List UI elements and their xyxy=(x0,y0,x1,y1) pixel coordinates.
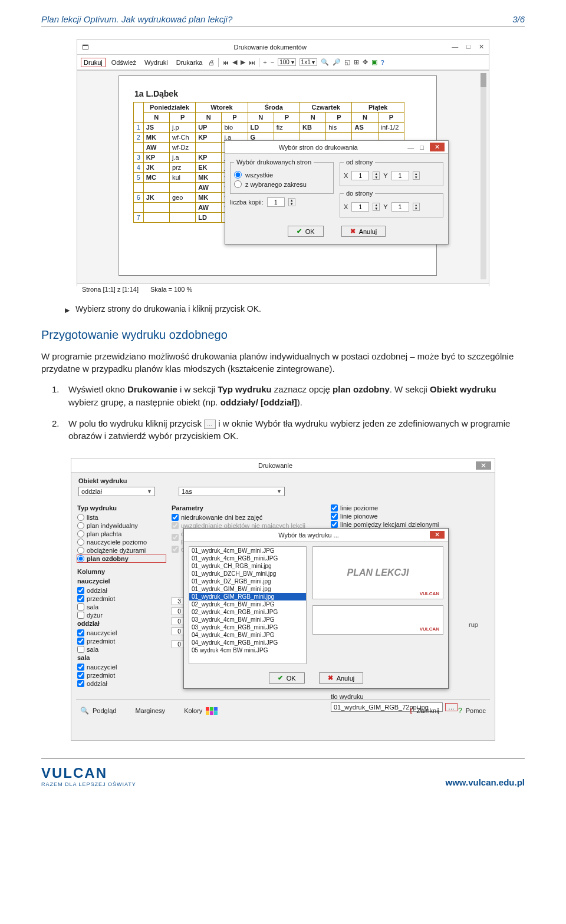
help-button[interactable]: ?Pomoc xyxy=(454,705,490,717)
minus-icon[interactable]: − xyxy=(271,59,274,66)
bullet-text: Wybierz strony do drukowania i kliknij p… xyxy=(75,304,261,314)
type-option[interactable]: plan indywidualny xyxy=(77,522,166,529)
file-item[interactable]: 01_wydruk_CH_RGB_mini.jpg xyxy=(189,562,306,570)
from-x-input[interactable] xyxy=(351,171,369,180)
close-button-2[interactable]: ✕ xyxy=(476,461,491,470)
margins-button[interactable]: Marginesy xyxy=(131,705,169,716)
file-item[interactable]: 02_wydruk_4cm_RGB_mini.JPG xyxy=(189,608,306,616)
file-item[interactable]: 01_wydruk_4cm_RGB_mini.JPG xyxy=(189,555,306,562)
refresh-button[interactable]: Odśwież xyxy=(109,58,139,67)
copies-spinner[interactable]: ▲▼ xyxy=(288,198,295,206)
dialog2-close-button[interactable]: ✕ xyxy=(430,531,445,539)
section-heading: Przygotowanie wydruku ozdobnego xyxy=(41,328,525,342)
plus-icon[interactable]: + xyxy=(263,59,266,66)
file-item[interactable]: 01_wydruk_GIM_RGB_mini.jpg xyxy=(189,593,306,600)
column-group-label: sala xyxy=(77,654,166,661)
opt-range-radio[interactable] xyxy=(234,180,242,188)
toolbar: Drukuj Odśwież Wydruki Drukarka 🖨 ⏮ ◀ ▶ … xyxy=(77,55,489,70)
printer-icon[interactable]: 🖨 xyxy=(208,59,215,66)
column-group-label: oddział xyxy=(77,620,166,627)
file-item[interactable]: 04_wydruk_4cm_BW_mini.JPG xyxy=(189,631,306,639)
dialog-minimize-icon[interactable]: — xyxy=(407,144,414,151)
column-check[interactable]: przedmiot xyxy=(77,638,166,645)
app-icon: 🗔 xyxy=(82,44,88,51)
file-item[interactable]: 05 wydruk 4cm BW mini.JPG xyxy=(189,646,306,654)
move-icon[interactable]: ✥ xyxy=(363,58,368,66)
column-check[interactable]: oddział xyxy=(77,680,166,687)
close-button[interactable]: ✕ xyxy=(479,43,484,51)
file-item[interactable]: 03_wydruk_4cm_BW_mini.JPG xyxy=(189,616,306,623)
column-check[interactable]: przedmiot xyxy=(77,672,166,679)
dialog-close-button[interactable]: ✕ xyxy=(430,143,445,151)
vertical-scrollbar[interactable] xyxy=(481,73,486,279)
minimize-button[interactable]: — xyxy=(452,43,458,51)
zoom-out-icon[interactable]: 🔎 xyxy=(333,58,341,66)
page-select-dialog: Wybór stron do drukowania — □ ✕ Wybór dr… xyxy=(225,140,449,245)
last-page-icon[interactable]: ⏭ xyxy=(249,59,255,66)
grid-value[interactable]: 1x1 ▾ xyxy=(300,58,317,66)
maximize-button[interactable]: □ xyxy=(466,43,470,51)
file-item[interactable]: 01_wydruk_GIM_BW_mini.jpg xyxy=(189,585,306,593)
opt-all-radio[interactable] xyxy=(234,171,242,179)
file-item[interactable]: 01_wydruk_4cm_BW_mini.JPG xyxy=(189,547,306,555)
print-button[interactable]: Drukuj xyxy=(81,58,106,67)
type-option[interactable]: nauczyciele poziomo xyxy=(77,539,166,546)
column-check[interactable]: przedmiot xyxy=(77,595,166,602)
file-item[interactable]: 01_wydruk_DZCH_BW_mini.jpg xyxy=(189,570,306,578)
from-y-input[interactable] xyxy=(391,171,409,180)
browse-icon: … xyxy=(204,420,216,429)
first-page-icon[interactable]: ⏮ xyxy=(222,59,229,66)
window-title-2: Drukowanie xyxy=(75,462,476,469)
zoom-value[interactable]: 100 ▾ xyxy=(278,58,295,66)
page-footer: VULCAN RAZEM DLA LEPSZEJ OŚWIATY www.vul… xyxy=(41,758,525,787)
dialog-maximize-icon[interactable]: □ xyxy=(420,144,424,151)
printer-button[interactable]: Drukarka xyxy=(174,58,205,67)
file-item[interactable]: 03_wydruk_4cm_RGB_mini.JPG xyxy=(189,623,306,631)
to-y-input[interactable] xyxy=(391,202,409,212)
printouts-button[interactable]: Wydruki xyxy=(142,58,170,67)
next-page-icon[interactable]: ▶ xyxy=(241,58,245,66)
object-combo[interactable]: oddział▼ xyxy=(78,487,155,496)
type-option[interactable]: lista xyxy=(77,514,166,521)
file-item[interactable]: 01_wydruk_DZ_RGB_mini.jpg xyxy=(189,578,306,585)
day-tue: Wtorek xyxy=(196,103,248,113)
columns-label: Kolumny xyxy=(77,568,166,575)
bottom-bar: 🔍Podgląd Marginesy Kolory ⫿Zamknij ?Pomo… xyxy=(76,699,490,717)
dialog2-title: Wybór tła wydruku ... xyxy=(187,532,430,539)
column-check[interactable]: oddział xyxy=(77,587,166,594)
copies-input[interactable] xyxy=(267,197,285,207)
file-list[interactable]: 01_wydruk_4cm_BW_mini.JPG01_wydruk_4cm_R… xyxy=(189,546,307,664)
column-check[interactable]: nauczyciel xyxy=(77,629,166,636)
column-check[interactable]: dyżur xyxy=(77,612,166,619)
zoom-in-icon[interactable]: 🔍 xyxy=(321,58,329,66)
file-item[interactable]: 02_wydruk_4cm_BW_mini.JPG xyxy=(189,600,306,608)
param-check[interactable]: niedrukowanie dni bez zajęć xyxy=(172,514,319,521)
fit-icon[interactable]: ◱ xyxy=(344,58,350,66)
dialog2-ok-button[interactable]: ✔OK xyxy=(269,672,305,684)
ok-button[interactable]: ✔OK xyxy=(288,226,324,237)
type-option[interactable]: plan ozdobny xyxy=(77,555,166,562)
cancel-button[interactable]: ✖Anuluj xyxy=(341,226,386,237)
colors-button[interactable]: Kolory xyxy=(180,705,222,717)
close-button-bottom[interactable]: ⫿Zamknij xyxy=(406,705,444,717)
type-option[interactable]: plan płachta xyxy=(77,530,166,537)
file-item[interactable]: 04_wydruk_4cm_RGB_mini.JPG xyxy=(189,639,306,646)
right-check[interactable]: linie poziome xyxy=(331,504,478,512)
right-check[interactable]: linie pomiędzy lekcjami dzielonymi xyxy=(331,521,478,528)
column-check[interactable]: sala xyxy=(77,646,166,653)
dialog2-cancel-button[interactable]: ✖Anuluj xyxy=(319,672,364,684)
step-1: 1. Wyświetl okno Drukowanie i w sekcji T… xyxy=(52,383,525,409)
grid-icon[interactable]: ⊞ xyxy=(354,58,359,66)
column-check[interactable]: sala xyxy=(77,603,166,610)
object-value-combo[interactable]: 1as▼ xyxy=(179,487,285,496)
column-check[interactable]: nauczyciel xyxy=(77,664,166,671)
to-x-input[interactable] xyxy=(351,202,369,212)
type-label: Typ wydruku xyxy=(77,504,166,512)
export-icon[interactable]: ▣ xyxy=(371,58,377,66)
right-check[interactable]: linie pionowe xyxy=(331,513,478,520)
window-titlebar: 🗔 Drukowanie dokumentów — □ ✕ xyxy=(77,39,489,55)
preview-button[interactable]: 🔍Podgląd xyxy=(76,705,120,717)
prev-page-icon[interactable]: ◀ xyxy=(232,58,237,66)
type-option[interactable]: obciążenie dyżurami xyxy=(77,547,166,554)
help-icon[interactable]: ? xyxy=(381,59,384,66)
